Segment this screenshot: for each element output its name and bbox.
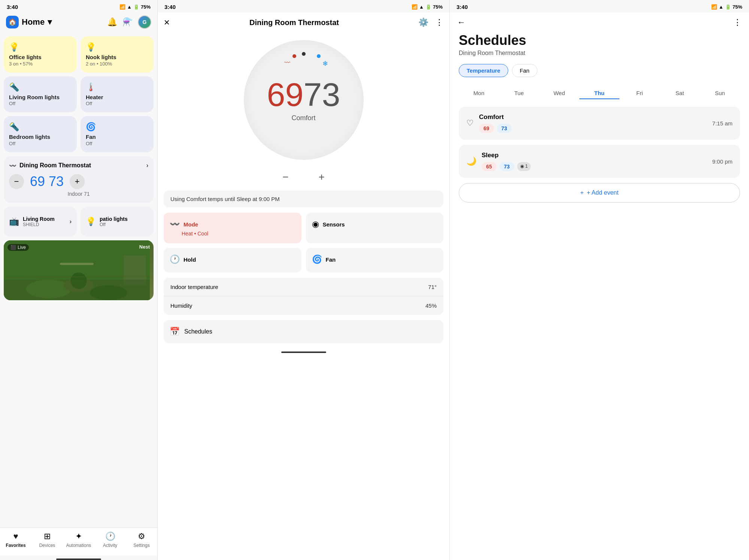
dial-increase-button[interactable]: + (319, 171, 325, 183)
battery-icon-2: 🔋 (425, 4, 431, 10)
day-fri[interactable]: Fri (619, 86, 659, 99)
sleep-event-icon: 🌙 (466, 156, 476, 166)
schedules-content: Schedules Dining Room Thermostat Tempera… (450, 33, 749, 203)
avatar[interactable]: G (138, 15, 151, 29)
battery-icon: 🔋 (133, 4, 139, 10)
battery-pct-2: 75% (433, 4, 443, 10)
comfort-event-info: Comfort 69 73 (479, 113, 707, 133)
indoor-temp-label-2: Indoor temperature (170, 284, 218, 290)
schedules-tile[interactable]: 📅 Schedules (164, 320, 443, 343)
office-lights-card[interactable]: 💡 Office lights 3 on • 57% (4, 36, 77, 73)
devices-icon: ⊞ (44, 532, 51, 541)
fan-tile-icon: 🌀 (312, 255, 322, 264)
mode-tile-title: Mode (184, 221, 198, 228)
patio-lights-status: Off (100, 222, 128, 227)
status-icons-3: 📶 ▲ 🔋 75% (711, 4, 742, 10)
home-title[interactable]: 🏠 Home ▾ (6, 16, 52, 28)
camera-card[interactable]: ⬛ Live Nest (4, 240, 154, 300)
thermostat-card[interactable]: 〰️ Dining Room Thermostat › − 69 73 + In… (4, 156, 154, 203)
nav-automations[interactable]: ✦ Automations (63, 532, 94, 548)
dial-current-temp: 69 (267, 78, 304, 111)
thermostat-dial[interactable]: 〰 ❄ 69 73 Comfort (244, 40, 364, 160)
dial-controls: − + (158, 164, 449, 191)
sleep-event-info: Sleep 65 73 ◉ 1 (482, 152, 707, 171)
indoor-temp-row: Indoor temperature 71° (164, 278, 443, 296)
heater-card[interactable]: 🌡️ Heater Off (81, 76, 154, 113)
back-icon[interactable]: ← (457, 18, 466, 27)
humidity-row: Humidity 45% (164, 296, 443, 315)
live-badge: ⬛ Live (7, 244, 29, 251)
patio-lights-card[interactable]: 💡 patio lights Off (81, 207, 154, 237)
comfort-event[interactable]: ♡ Comfort 69 73 7:15 am (459, 107, 740, 140)
nook-lights-card[interactable]: 💡 Nook lights 2 on • 100% (81, 36, 154, 73)
mode-tile[interactable]: 〰️ Mode Heat • Cool (164, 213, 301, 243)
nav-activity[interactable]: 🕐 Activity (94, 532, 126, 548)
day-sat[interactable]: Sat (659, 86, 700, 99)
tiles-grid: 〰️ Mode Heat • Cool ◉ Sensors 🕐 Hold 🌀 F… (164, 213, 443, 273)
day-tabs: Mon Tue Wed Thu Fri Sat Sun (459, 86, 740, 99)
comfort-cool-badge: 73 (497, 124, 512, 133)
living-room-lights-card[interactable]: 🔦 Living Room lights Off (4, 76, 77, 113)
comfort-message: Using Comfort temps until Sleep at 9:00 … (164, 191, 443, 207)
nav-settings[interactable]: ⚙ Settings (126, 532, 157, 548)
sensors-tile[interactable]: ◉ Sensors (306, 213, 444, 243)
tab-temperature[interactable]: Temperature (459, 64, 508, 77)
fan-tile-header: 🌀 Fan (312, 255, 438, 264)
nook-lights-status: 2 on • 100% (86, 61, 148, 67)
close-icon[interactable]: ✕ (164, 18, 170, 27)
indoor-temp-value: 71° (428, 284, 437, 290)
nav-favorites-label: Favorites (6, 543, 25, 548)
temp-decrease-button[interactable]: − (9, 174, 24, 189)
fan-tile[interactable]: 🌀 Fan (306, 248, 444, 273)
bedroom-lights-card[interactable]: 🔦 Bedroom lights Off (4, 116, 77, 152)
nav-favorites[interactable]: ♥ Favorites (0, 532, 31, 548)
living-room-lights-icon: 🔦 (9, 82, 72, 92)
nav-automations-label: Automations (66, 543, 91, 548)
lab-icon[interactable]: ⚗️ (122, 17, 133, 27)
status-icons-1: 📶 ▲ 🔋 75% (119, 4, 151, 10)
bedroom-lights-status: Off (9, 141, 72, 146)
shield-card[interactable]: 📺 Living Room SHIELD › (4, 207, 77, 237)
office-lights-icon: 💡 (9, 42, 72, 52)
patio-lights-name: patio lights (100, 216, 128, 222)
hold-tile-header: 🕐 Hold (170, 255, 295, 264)
tab-fan[interactable]: Fan (512, 64, 537, 77)
day-sun[interactable]: Sun (700, 86, 740, 99)
dial-mode-label: Comfort (291, 114, 315, 122)
notification-icon[interactable]: 🔔 (107, 17, 117, 27)
hold-tile[interactable]: 🕐 Hold (164, 248, 301, 273)
sleep-heat-badge: 65 (482, 162, 497, 171)
mode-tile-header: 〰️ Mode (170, 219, 295, 229)
home-chevron-icon: ▾ (48, 17, 52, 27)
day-wed[interactable]: Wed (539, 86, 579, 99)
dial-temperatures: 69 73 (267, 78, 340, 111)
thermostat-dial-container: 〰 ❄ 69 73 Comfort (158, 33, 449, 164)
more-icon[interactable]: ⋮ (435, 18, 443, 27)
day-thu[interactable]: Thu (579, 86, 619, 99)
nook-lights-name: Nook lights (86, 54, 148, 61)
dial-decrease-button[interactable]: − (282, 171, 288, 183)
sched-more-icon[interactable]: ⋮ (733, 18, 742, 27)
bottom-nav: ♥ Favorites ⊞ Devices ✦ Automations 🕐 Ac… (0, 527, 157, 556)
day-mon[interactable]: Mon (459, 86, 499, 99)
temp-increase-button[interactable]: + (70, 174, 85, 189)
home-scroll-area: 💡 Office lights 3 on • 57% 💡 Nook lights… (0, 33, 157, 527)
thermostat-controls: − 69 73 + (9, 174, 148, 189)
sleep-sensor-badge: ◉ 1 (517, 162, 531, 171)
time-2: 3:40 (164, 4, 176, 10)
add-event-button[interactable]: + + Add event (459, 183, 740, 203)
nook-lights-icon: 💡 (86, 42, 148, 52)
heat-dot (292, 54, 296, 58)
row-2: 🔦 Living Room lights Off 🌡️ Heater Off (4, 76, 154, 113)
wifi-icon-2: 📶 (412, 4, 418, 10)
gear-icon[interactable]: ⚙️ (418, 18, 428, 27)
heater-icon: 🌡️ (86, 82, 148, 92)
day-tue[interactable]: Tue (499, 86, 539, 99)
add-event-plus-icon: + (580, 189, 583, 196)
sleep-event[interactable]: 🌙 Sleep 65 73 ◉ 1 9:00 pm (459, 145, 740, 178)
panel-thermostat: 3:40 📶 ▲ 🔋 75% ✕ Dining Room Thermostat … (157, 0, 449, 560)
bedroom-lights-icon: 🔦 (9, 122, 72, 132)
fan-status: Off (86, 141, 148, 146)
nav-devices[interactable]: ⊞ Devices (31, 532, 63, 548)
fan-card[interactable]: 🌀 Fan Off (81, 116, 154, 152)
